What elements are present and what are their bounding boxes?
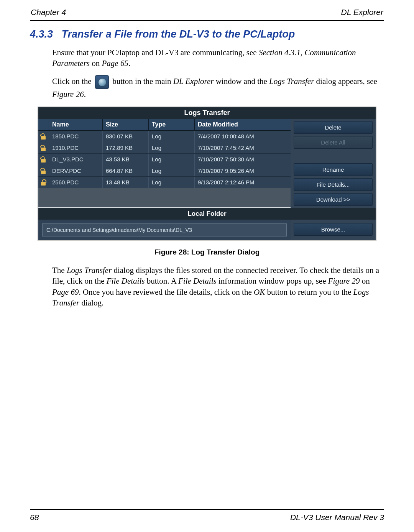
cell-size: 830.07 KB bbox=[103, 131, 149, 142]
col-header-type[interactable]: Type bbox=[149, 119, 195, 130]
logs-transfer-dialog: Logs Transfer Name Size Type Date Modifi… bbox=[38, 107, 376, 241]
rename-button[interactable]: Rename bbox=[294, 163, 373, 176]
delete-button[interactable]: Delete bbox=[294, 121, 373, 134]
cell-date: 9/13/2007 2:12:46 PM bbox=[195, 177, 291, 188]
local-folder-title: Local Folder bbox=[38, 208, 376, 220]
col-header-date[interactable]: Date Modified bbox=[195, 119, 291, 130]
table-row[interactable]: DERV.PDC664.87 KBLog7/10/2007 9:05:26 AM bbox=[38, 165, 291, 177]
cell-size: 13.48 KB bbox=[103, 177, 149, 188]
lock-open-icon bbox=[41, 133, 47, 140]
download-button[interactable]: Download >> bbox=[294, 193, 373, 206]
table-row[interactable]: 2560.PDC13.48 KBLog9/13/2007 2:12:46 PM bbox=[38, 177, 291, 188]
local-folder-path[interactable]: C:\Documents and Settings\dmadams\My Doc… bbox=[42, 223, 287, 236]
cell-date: 7/10/2007 7:45:42 AM bbox=[195, 142, 291, 153]
cell-name: 2560.PDC bbox=[49, 177, 103, 188]
cell-date: 7/4/2007 10:00:48 AM bbox=[195, 131, 291, 142]
page-number: 68 bbox=[30, 513, 39, 522]
section-title: Transfer a File from the DL-V3 to the PC… bbox=[62, 28, 295, 40]
section-number: 4.3.3 bbox=[30, 28, 53, 40]
manual-title: DL-V3 User Manual Rev 3 bbox=[290, 513, 384, 522]
cell-name: DL_V3.PDC bbox=[49, 154, 103, 165]
cell-type: Log bbox=[149, 142, 195, 153]
file-table: Name Size Type Date Modified 1850.PDC830… bbox=[38, 119, 291, 208]
footer-rule bbox=[30, 509, 384, 510]
table-row[interactable]: 1850.PDC830.07 KBLog7/4/2007 10:00:48 AM bbox=[38, 131, 291, 142]
figure-caption: Figure 28: Log Transfer Dialog bbox=[30, 248, 384, 256]
page-footer: 68 DL-V3 User Manual Rev 3 bbox=[30, 509, 384, 522]
table-row[interactable]: 1910.PDC172.89 KBLog7/10/2007 7:45:42 AM bbox=[38, 142, 291, 154]
file-details-button[interactable]: File Details... bbox=[294, 178, 373, 191]
cell-name: 1850.PDC bbox=[49, 131, 103, 142]
browse-button[interactable]: Browse... bbox=[294, 223, 373, 236]
para-1: Ensure that your PC/laptop and DL-V3 are… bbox=[52, 47, 383, 69]
col-header-size[interactable]: Size bbox=[103, 119, 149, 130]
lock-closed-icon bbox=[41, 179, 47, 186]
cell-name: DERV.PDC bbox=[49, 165, 103, 176]
dialog-title-bar: Logs Transfer bbox=[38, 107, 376, 119]
cell-type: Log bbox=[149, 154, 195, 165]
cell-date: 7/10/2007 7:50:30 AM bbox=[195, 154, 291, 165]
lock-open-icon bbox=[41, 168, 47, 174]
header-chapter: Chapter 4 bbox=[31, 8, 66, 17]
side-button-panel: Delete Delete All Rename File Details...… bbox=[291, 119, 376, 208]
body-text: Ensure that your PC/laptop and DL-V3 are… bbox=[52, 47, 383, 100]
section-heading: 4.3.3 Transfer a File from the DL-V3 to … bbox=[30, 28, 384, 40]
body-text-2: The Logs Transfer dialog displays the fi… bbox=[52, 265, 383, 308]
cell-size: 172.89 KB bbox=[103, 142, 149, 153]
log-transfer-icon bbox=[95, 75, 109, 89]
para-2: Click on the button in the main DL Explo… bbox=[52, 75, 383, 100]
lock-open-icon bbox=[41, 156, 47, 163]
cell-date: 7/10/2007 9:05:26 AM bbox=[195, 165, 291, 176]
cell-type: Log bbox=[149, 177, 195, 188]
lock-open-icon bbox=[41, 145, 47, 151]
table-row[interactable]: DL_V3.PDC43.53 KBLog7/10/2007 7:50:30 AM bbox=[38, 154, 291, 165]
cell-type: Log bbox=[149, 131, 195, 142]
cell-type: Log bbox=[149, 165, 195, 176]
cell-size: 43.53 KB bbox=[103, 154, 149, 165]
table-header: Name Size Type Date Modified bbox=[38, 119, 291, 131]
header-rule bbox=[30, 20, 384, 21]
para-3: The Logs Transfer dialog displays the fi… bbox=[52, 265, 383, 308]
cell-size: 664.87 KB bbox=[103, 165, 149, 176]
delete-all-button[interactable]: Delete All bbox=[294, 136, 373, 149]
cell-name: 1910.PDC bbox=[49, 142, 103, 153]
page-header: Chapter 4 DL Explorer bbox=[30, 8, 384, 19]
col-header-name[interactable]: Name bbox=[49, 119, 103, 130]
header-product: DL Explorer bbox=[341, 8, 384, 17]
